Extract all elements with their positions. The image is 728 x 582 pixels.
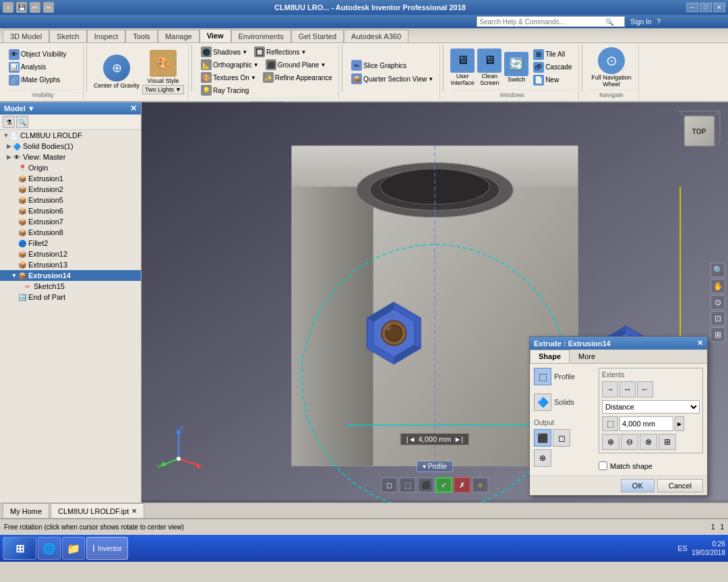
tree-extrusion2[interactable]: 📦 Extrusion2: [0, 184, 141, 195]
output-extra-btn[interactable]: ⊕: [534, 449, 551, 467]
extents-type-select[interactable]: Distance All To: [602, 400, 700, 414]
tree-origin[interactable]: 📍 Origin: [0, 162, 141, 173]
dialog-tab-more[interactable]: More: [570, 350, 604, 363]
sign-in-button[interactable]: Sign In: [630, 18, 651, 26]
minimize-button[interactable]: ─: [686, 3, 698, 12]
search-tree-btn[interactable]: 🔍: [16, 116, 28, 128]
view-cube[interactable]: TOP: [677, 109, 721, 153]
taskbar-inventor-btn[interactable]: I Inventor: [86, 537, 128, 560]
profile-btn[interactable]: ▾ Profile: [417, 461, 453, 472]
file-tab[interactable]: CLM8UU LROLDF.ipt ✕: [51, 503, 144, 518]
tree-extrusion14[interactable]: ▼ 📦 Extrusion14: [0, 270, 141, 281]
tree-extrusion12[interactable]: 📦 Extrusion12: [0, 249, 141, 259]
tab-view[interactable]: View: [200, 29, 231, 42]
vp-tool1-btn[interactable]: ◻: [382, 478, 398, 492]
tree-end-of-part[interactable]: 🔚 End of Part: [0, 292, 141, 302]
zoom-in-btn[interactable]: 🔍: [710, 263, 725, 278]
search-input-container[interactable]: 🔍: [477, 16, 625, 27]
pan-btn[interactable]: ✋: [710, 279, 725, 294]
viewport[interactable]: TOP 🔍 ✋ ⊙ ⊡ ⊞ Z: [142, 102, 728, 503]
tree-fillet2[interactable]: 🔵 Fillet2: [0, 238, 141, 249]
refine-btn[interactable]: ✨ Refine Appearance: [261, 71, 334, 84]
taskbar-explorer-btn[interactable]: 📁: [62, 537, 85, 560]
extents-input-btn[interactable]: ⬚: [602, 416, 618, 431]
tab-3dmodel[interactable]: 3D Model: [3, 30, 49, 42]
full-nav-wheel-btn[interactable]: ⊙ Full NavigationWheel: [589, 46, 634, 88]
dialog-tab-shape[interactable]: Shape: [530, 350, 570, 363]
ground-plane-btn[interactable]: ⬛ Ground Plane ▼: [264, 59, 328, 71]
quick-access-redo[interactable]: ↪: [43, 2, 54, 13]
cascade-btn[interactable]: 🗗 Cascade: [531, 61, 574, 73]
profile-selector-btn[interactable]: ⬚: [534, 368, 551, 385]
zoom-extent-btn[interactable]: ⊞: [710, 327, 725, 342]
clean-screen-btn[interactable]: 🖥 CleanScreen: [477, 48, 502, 86]
analysis-btn[interactable]: 📊 Analysis: [7, 61, 48, 73]
start-button[interactable]: ⊞: [3, 537, 36, 560]
tree-view-master[interactable]: ▶ 👁 View: Master: [0, 152, 141, 162]
close-button[interactable]: ✕: [713, 3, 725, 12]
quick-access-save[interactable]: 💾: [16, 2, 27, 13]
search-input[interactable]: [477, 18, 605, 26]
dialog-cancel-btn[interactable]: Cancel: [657, 479, 703, 492]
output-solid-btn[interactable]: ⬛: [534, 429, 551, 447]
orbit-btn[interactable]: ⊙: [710, 295, 725, 310]
tab-tools[interactable]: Tools: [125, 30, 158, 42]
my-home-tab[interactable]: My Home: [3, 503, 49, 518]
tree-root[interactable]: ▼ 📄 CLM8UU LROLDF: [0, 130, 141, 141]
tab-sketch[interactable]: Sketch: [49, 30, 87, 42]
vp-tool2-btn[interactable]: ⬚: [400, 478, 416, 492]
taskbar-ie-btn[interactable]: 🌐: [38, 537, 61, 560]
center-gravity-btn[interactable]: ⊕ Center of Gravity: [94, 55, 140, 90]
tab-inspect[interactable]: Inspect: [87, 30, 125, 42]
tree-extrusion6[interactable]: 📦 Extrusion6: [0, 205, 141, 216]
tab-getstarted[interactable]: Get Started: [291, 30, 344, 42]
user-interface-btn[interactable]: 🖥 UserInterface: [450, 48, 475, 86]
extents-dir-btn3[interactable]: ←: [637, 381, 653, 397]
shadows-btn[interactable]: 🌑 Shadows ▼: [199, 46, 249, 58]
dialog-close-icon[interactable]: ✕: [697, 339, 703, 348]
switch-btn[interactable]: 🔄 Switch: [504, 52, 528, 83]
tree-sketch15[interactable]: ✏ Sketch15: [0, 281, 141, 292]
file-tab-close-icon[interactable]: ✕: [131, 507, 137, 515]
extents-new-solid-btn[interactable]: ⊞: [659, 434, 676, 450]
extents-value-input[interactable]: [619, 416, 673, 431]
reflections-btn[interactable]: 🔲 Reflections ▼: [252, 46, 308, 58]
slice-graphics-btn[interactable]: ✂ Slice Graphics: [349, 59, 435, 71]
orthographic-btn[interactable]: 📐 Orthographic ▼: [199, 59, 261, 71]
vp-menu-btn[interactable]: ≡: [473, 478, 489, 492]
filter-btn[interactable]: ⚗: [3, 116, 15, 128]
match-shape-checkbox[interactable]: [599, 461, 607, 470]
two-lights-dropdown[interactable]: Two Lights ▼: [142, 85, 184, 94]
tab-manage[interactable]: Manage: [158, 30, 200, 42]
maximize-button[interactable]: □: [700, 3, 712, 12]
fit-view-btn[interactable]: ⊡: [710, 311, 725, 326]
tile-all-btn[interactable]: ⊞ Tile All: [531, 48, 567, 61]
tree-extrusion1[interactable]: 📦 Extrusion1: [0, 173, 141, 184]
quarter-section-btn[interactable]: 📦 Quarter Section View ▼: [349, 73, 435, 85]
sidebar-close-icon[interactable]: ✕: [130, 104, 137, 113]
imate-glyphs-btn[interactable]: 🔗 iMate Glyphs: [7, 74, 62, 86]
quick-access-undo[interactable]: ↩: [30, 2, 40, 13]
tree-extrusion8[interactable]: 📦 Extrusion8: [0, 227, 141, 238]
tree-extrusion7[interactable]: 📦 Extrusion7: [0, 216, 141, 227]
output-surface-btn[interactable]: ◻: [553, 429, 570, 447]
extents-dir-btn2[interactable]: ↔: [619, 381, 636, 397]
textures-btn[interactable]: 🎨 Textures On ▼: [199, 71, 258, 84]
visual-style-btn[interactable]: 🎨 Visual Style Two Lights ▼: [142, 50, 184, 94]
help-button[interactable]: ?: [657, 18, 661, 26]
tree-extrusion13[interactable]: 📦 Extrusion13: [0, 259, 141, 270]
extents-increment-btn[interactable]: ▶: [675, 416, 684, 431]
object-visibility-btn[interactable]: 👁 Object Visibility: [7, 48, 69, 61]
extents-join-btn[interactable]: ⊕: [602, 434, 619, 450]
extents-intersect-btn[interactable]: ⊗: [640, 434, 657, 450]
solids-selector-btn[interactable]: 🔷: [534, 393, 551, 411]
dialog-ok-btn[interactable]: OK: [621, 479, 655, 492]
extents-cut-btn[interactable]: ⊖: [621, 434, 638, 450]
ray-tracing-btn[interactable]: 💡 Ray Tracing: [199, 84, 251, 96]
vp-ok-btn[interactable]: ✓: [436, 478, 452, 492]
new-btn[interactable]: 📄 New: [531, 74, 561, 86]
tab-autodesk360[interactable]: Autodesk A360: [344, 30, 408, 42]
extents-dir-btn1[interactable]: →: [602, 381, 618, 397]
vp-cancel-btn[interactable]: ✗: [454, 478, 471, 492]
tree-extrusion5[interactable]: 📦 Extrusion5: [0, 195, 141, 205]
